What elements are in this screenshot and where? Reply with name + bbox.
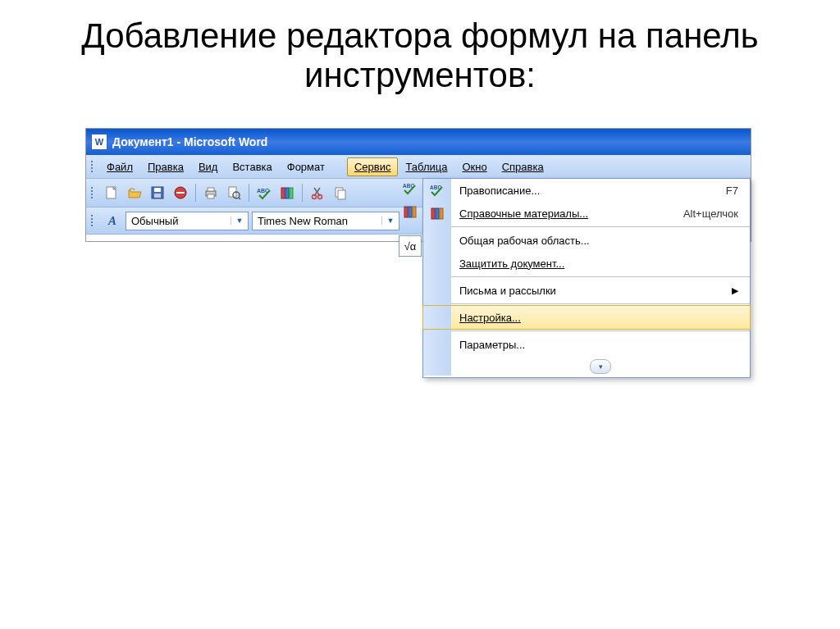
svg-rect-5 xyxy=(176,192,185,194)
menu-tools[interactable]: Сервис xyxy=(347,157,399,176)
copy-button[interactable] xyxy=(330,182,351,203)
svg-point-18 xyxy=(313,195,317,199)
svg-rect-8 xyxy=(208,194,214,198)
svg-rect-3 xyxy=(154,194,161,198)
toolbar-sep-3 xyxy=(302,184,303,202)
menu-insert[interactable]: Вставка xyxy=(225,157,279,176)
menu-file[interactable]: Файл xyxy=(99,157,140,176)
dd-options[interactable]: Параметры... xyxy=(423,333,750,356)
menu-table[interactable]: Таблица xyxy=(398,157,454,176)
dd-protect[interactable]: Защитить документ... xyxy=(423,252,750,275)
style-combo-value: Обычный xyxy=(131,215,231,227)
menu-format[interactable]: Формат xyxy=(280,157,332,176)
svg-rect-29 xyxy=(440,208,443,219)
dd-spelling[interactable]: ABC Правописание... F7 xyxy=(423,179,750,202)
toolbar-sep xyxy=(195,184,196,202)
svg-rect-24 xyxy=(409,207,412,217)
tools-dropdown: ABC Правописание... F7 Справочные матери… xyxy=(422,178,751,378)
save-button[interactable] xyxy=(147,182,168,203)
font-combo[interactable]: Times New Roman ▼ xyxy=(252,212,399,230)
abc-check-icon-2: ABC xyxy=(423,179,451,202)
books-icon[interactable] xyxy=(401,203,419,221)
open-button[interactable] xyxy=(124,182,145,203)
abc-check-icon[interactable]: ABC xyxy=(401,180,419,198)
toolbar-sep-2 xyxy=(249,184,249,202)
svg-rect-15 xyxy=(290,188,293,198)
overflow-icons: ABC √α xyxy=(398,180,422,257)
svg-rect-27 xyxy=(431,208,435,219)
cut-button[interactable] xyxy=(307,182,328,203)
toolbar-grip-2[interactable] xyxy=(89,187,94,198)
style-combo[interactable]: Обычный ▼ xyxy=(126,212,249,230)
equation-icon[interactable]: √α xyxy=(399,235,422,257)
svg-rect-28 xyxy=(436,208,439,219)
styles-icon[interactable]: A xyxy=(103,212,122,230)
svg-point-19 xyxy=(318,195,322,199)
menu-window[interactable]: Окно xyxy=(454,157,494,176)
chevron-down-icon-2: ▼ xyxy=(381,217,397,225)
submenu-arrow-icon: ▶ xyxy=(732,279,750,302)
menu-view[interactable]: Вид xyxy=(191,157,226,176)
spelling-button[interactable]: ABC xyxy=(253,182,275,203)
svg-rect-7 xyxy=(208,188,214,191)
titlebar-text: Документ1 - Microsoft Word xyxy=(112,135,267,148)
menu-edit[interactable]: Правка xyxy=(140,157,191,176)
svg-rect-2 xyxy=(154,188,161,192)
word-window: W Документ1 - Microsoft Word Файл Правка… xyxy=(85,128,751,242)
chevron-down-icon: ▼ xyxy=(231,217,246,225)
dd-customize[interactable]: Настройка... xyxy=(423,306,750,329)
permission-button[interactable] xyxy=(170,182,191,203)
font-combo-value: Times New Roman xyxy=(258,215,381,227)
svg-rect-25 xyxy=(413,207,416,217)
slide-title: Добавление редактора формул на панель ин… xyxy=(33,16,807,95)
expand-menu-button[interactable]: ▾ xyxy=(590,359,611,374)
research-button[interactable] xyxy=(276,182,298,203)
new-doc-button[interactable] xyxy=(101,182,122,203)
toolbar-grip[interactable] xyxy=(89,161,94,172)
svg-rect-14 xyxy=(285,188,289,198)
print-preview-button[interactable] xyxy=(223,182,244,203)
dd-workspace[interactable]: Общая рабочая область... xyxy=(423,229,750,252)
svg-line-11 xyxy=(239,198,240,199)
menubar: Файл Правка Вид Вставка Формат Сервис Та… xyxy=(86,155,751,179)
dd-research[interactable]: Справочные материалы... Alt+щелчок xyxy=(423,202,750,225)
dd-letters[interactable]: Письма и рассылки ▶ xyxy=(423,279,750,302)
svg-rect-21 xyxy=(338,190,345,199)
toolbar-grip-3[interactable] xyxy=(89,215,94,226)
print-button[interactable] xyxy=(200,182,221,203)
svg-rect-13 xyxy=(281,188,285,198)
titlebar: W Документ1 - Microsoft Word xyxy=(86,129,751,155)
menu-help[interactable]: Справка xyxy=(495,157,551,176)
word-app-icon: W xyxy=(91,134,107,150)
svg-rect-23 xyxy=(404,207,408,217)
books-icon-2 xyxy=(423,202,451,225)
